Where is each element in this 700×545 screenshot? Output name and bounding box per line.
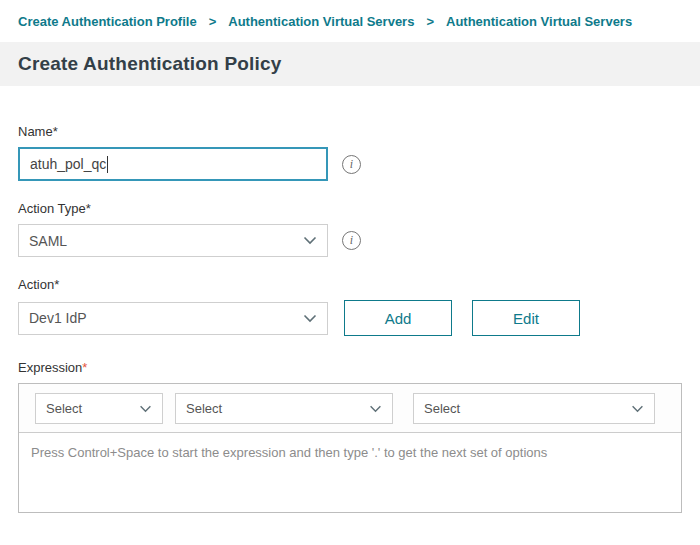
breadcrumb-link-create-authentication-profile[interactable]: Create Authentication Profile [18,14,197,29]
expression-placeholder: Press Control+Space to start the express… [31,445,547,460]
expression-toolbar: Select Select Select [19,384,681,432]
expression-select-1[interactable]: Select [35,393,163,424]
add-button[interactable]: Add [344,300,452,336]
chevron-down-icon [139,401,152,416]
action-type-field: Action Type* SAML i [18,201,682,257]
expression-select-3[interactable]: Select [413,393,655,424]
action-field: Action* Dev1 IdP Add Edit [18,277,682,336]
breadcrumb-link-authentication-virtual-servers-2[interactable]: Authentication Virtual Servers [446,14,632,29]
action-type-label: Action Type* [18,201,682,216]
action-selected-value: Dev1 IdP [29,310,87,326]
chevron-down-icon [303,236,317,245]
breadcrumb-link-authentication-virtual-servers[interactable]: Authentication Virtual Servers [228,14,414,29]
chevron-down-icon [631,401,644,416]
expression-select-3-value: Select [424,401,460,416]
name-info-icon[interactable]: i [342,155,361,174]
expression-select-2-value: Select [186,401,222,416]
name-input[interactable]: atuh_pol_qc [18,147,328,181]
page-header: Create Authentication Policy [0,42,700,86]
action-required-marker: * [54,277,59,292]
expression-editor-input[interactable]: Press Control+Space to start the express… [19,432,681,512]
expression-select-2[interactable]: Select [175,393,393,424]
name-label-text: Name [18,124,53,139]
name-required-marker: * [53,124,58,139]
action-type-label-text: Action Type [18,201,86,216]
chevron-down-icon [369,401,382,416]
action-label: Action* [18,277,682,292]
expression-field: Expression* Select Select Select [18,360,682,513]
edit-button[interactable]: Edit [472,300,580,336]
create-authentication-policy-form: Name* atuh_pol_qc i Action Type* SAML i [0,86,700,513]
page-title: Create Authentication Policy [18,53,282,75]
text-caret [107,156,108,173]
action-type-required-marker: * [86,201,91,216]
expression-label-text: Expression [18,360,82,375]
action-select[interactable]: Dev1 IdP [18,302,328,335]
breadcrumb-separator-icon: > [426,14,434,29]
action-type-info-icon[interactable]: i [342,231,361,250]
action-type-select[interactable]: SAML [18,224,328,257]
expression-builder: Select Select Select [18,383,682,513]
action-type-selected-value: SAML [29,233,67,249]
name-field: Name* atuh_pol_qc i [18,124,682,181]
breadcrumb-separator-icon: > [209,14,217,29]
expression-select-1-value: Select [46,401,82,416]
name-label: Name* [18,124,682,139]
expression-required-marker: * [82,360,87,375]
expression-label: Expression* [18,360,682,375]
name-input-value: atuh_pol_qc [30,156,106,172]
action-label-text: Action [18,277,54,292]
breadcrumb: Create Authentication Profile > Authenti… [0,0,700,42]
chevron-down-icon [303,314,317,323]
